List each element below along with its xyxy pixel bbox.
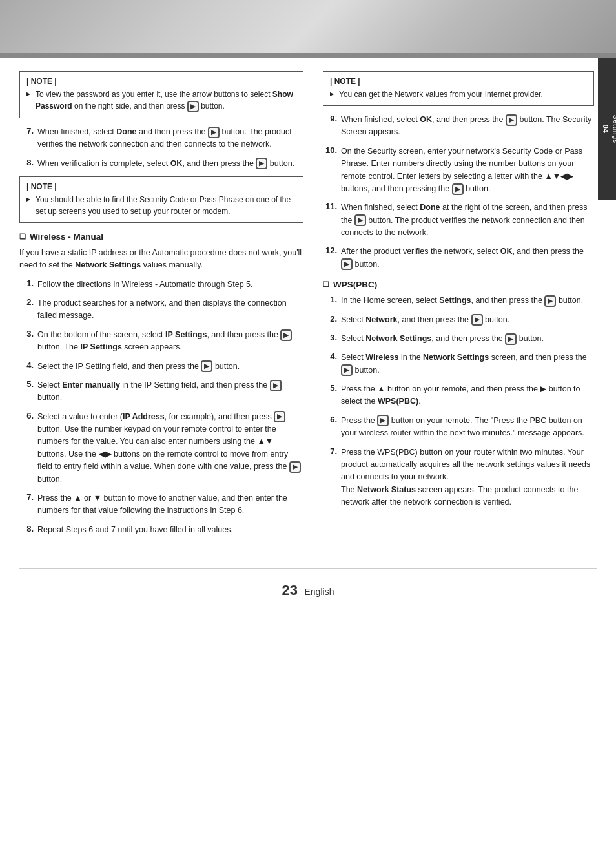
- note-box-top-left: | NOTE | To view the password as you ent…: [19, 71, 303, 118]
- wm-step-7: 7. Press the ▲ or ▼ button to move to an…: [19, 492, 303, 517]
- remote-btn: ▶: [354, 214, 366, 226]
- step-number: 3.: [19, 329, 34, 339]
- step-content: The product searches for a network, and …: [37, 297, 303, 322]
- note-box-middle-left: | NOTE | You should be able to find the …: [19, 176, 303, 223]
- top-decorative-bar: [0, 0, 616, 58]
- step-number: 1.: [323, 295, 337, 304]
- note-item: You can get the Network values from your…: [330, 89, 587, 100]
- step-11-right: 11. When finished, select Done at the ri…: [323, 202, 594, 239]
- left-column: | NOTE | To view the password as you ent…: [19, 71, 303, 543]
- chapter-number: 04: [602, 125, 610, 134]
- note-title-top-left: | NOTE |: [26, 77, 296, 86]
- step-8-left: 8. When verification is complete, select…: [19, 158, 303, 170]
- step-number: 5.: [19, 379, 34, 389]
- wm-step-1: 1. Follow the directions in Wireless - A…: [19, 278, 303, 291]
- page-footer: 23 English: [19, 568, 597, 605]
- step-content: Select Enter manually in the IP Setting …: [37, 379, 303, 404]
- note-item: You should be able to find the Security …: [26, 194, 296, 217]
- step-content: After the product verifies the network, …: [341, 245, 594, 271]
- step-content: Select Network Settings, and then press …: [341, 333, 594, 345]
- step-content: Select Network, and then press the ▶ but…: [341, 314, 594, 326]
- step-content: When finished, select Done and then pres…: [37, 126, 303, 151]
- remote-btn: ▶: [341, 364, 353, 376]
- remote-btn: ▶: [544, 295, 556, 307]
- wm-step-8: 8. Repeat Steps 6 and 7 until you have f…: [19, 524, 303, 536]
- wireless-manual-intro: If you have a static IP address or the A…: [19, 247, 303, 272]
- step-content: Repeat Steps 6 and 7 until you have fill…: [37, 524, 303, 536]
- step-number: 11.: [323, 202, 337, 211]
- step-9-right: 9. When finished, select OK, and then pr…: [323, 114, 594, 139]
- chapter-tab: 04 Settings: [598, 58, 616, 200]
- remote-btn: ▶: [274, 411, 285, 422]
- step-number: 12.: [323, 245, 337, 255]
- wps-step-6: 6. Press the ▶ button on your remote. Th…: [323, 415, 594, 440]
- remote-btn: ▶: [256, 158, 267, 169]
- page-number: 23: [282, 582, 298, 598]
- step-content: Select the IP Setting field, and then pr…: [37, 360, 303, 373]
- step-number: 6.: [19, 411, 34, 421]
- step-number: 4.: [323, 351, 337, 361]
- wps-step-1: 1. In the Home screen, select Settings, …: [323, 295, 594, 307]
- step-content: In the Home screen, select Settings, and…: [341, 295, 594, 307]
- step-number: 5.: [323, 383, 337, 393]
- remote-btn: ▶: [289, 461, 301, 473]
- wps-step-2: 2. Select Network, and then press the ▶ …: [323, 314, 594, 326]
- wps-step-5: 5. Press the ▲ button on your remote, an…: [323, 383, 594, 408]
- step-content: Follow the directions in Wireless - Auto…: [37, 278, 303, 291]
- step-content: On the bottom of the screen, select IP S…: [37, 329, 303, 354]
- step-12-right: 12. After the product verifies the netwo…: [323, 245, 594, 271]
- step-content: On the Security screen, enter your netwo…: [341, 145, 594, 196]
- step-content: Press the ▲ or ▼ button to move to anoth…: [37, 492, 303, 517]
- step-10-right: 10. On the Security screen, enter your n…: [323, 145, 594, 196]
- remote-btn: ▶: [270, 380, 282, 391]
- note-list-middle-left: You should be able to find the Security …: [26, 194, 296, 217]
- step-content: Press the WPS(PBC) button on your router…: [341, 446, 594, 509]
- step-content: Press the ▶ button on your remote. The "…: [341, 415, 594, 440]
- right-column: | NOTE | You can get the Network values …: [323, 71, 594, 543]
- remote-btn: ▶: [471, 314, 483, 326]
- remote-btn: ▶: [505, 333, 517, 345]
- wm-step-6: 6. Select a value to enter (IP Address, …: [19, 411, 303, 486]
- step-number: 1.: [19, 278, 34, 288]
- step-content: Select a value to enter (IP Address, for…: [37, 411, 303, 486]
- step-number: 6.: [323, 415, 337, 424]
- wps-heading: WPS(PBC): [323, 280, 594, 289]
- remote-btn: ▶: [341, 258, 353, 270]
- note-box-top-right: | NOTE | You can get the Network values …: [323, 71, 594, 106]
- note-title-top-right: | NOTE |: [330, 77, 587, 86]
- main-content: | NOTE | To view the password as you ent…: [0, 58, 616, 568]
- remote-button-icon: ▶: [187, 101, 199, 112]
- remote-btn: ▶: [280, 329, 292, 341]
- wm-step-4: 4. Select the IP Setting field, and then…: [19, 360, 303, 373]
- note-list-top-right: You can get the Network values from your…: [330, 89, 587, 100]
- step-number: 7.: [19, 126, 34, 136]
- step-number: 2.: [323, 314, 337, 324]
- step-number: 3.: [323, 333, 337, 342]
- wireless-manual-label: Wireless - Manual: [30, 232, 103, 242]
- remote-btn: ▶: [208, 127, 220, 138]
- wps-step-7: 7. Press the WPS(PBC) button on your rou…: [323, 446, 594, 509]
- wps-label: WPS(PBC): [333, 280, 377, 289]
- chapter-label: Settings: [612, 115, 616, 143]
- step-content: When verification is complete, select OK…: [37, 158, 303, 170]
- wireless-manual-heading: Wireless - Manual: [19, 232, 303, 242]
- step-number: 9.: [323, 114, 337, 123]
- step-content: Select Wireless in the Network Settings …: [341, 351, 594, 377]
- note-list-top-left: To view the password as you enter it, us…: [26, 89, 296, 112]
- step-number: 8.: [19, 524, 34, 534]
- remote-btn: ▶: [452, 183, 464, 195]
- wm-step-2: 2. The product searches for a network, a…: [19, 297, 303, 322]
- note-title-middle-left: | NOTE |: [26, 182, 296, 191]
- note-item: To view the password as you enter it, us…: [26, 89, 296, 112]
- wm-step-3: 3. On the bottom of the screen, select I…: [19, 329, 303, 354]
- step-number: 7.: [19, 492, 34, 502]
- step-number: 8.: [19, 158, 34, 167]
- step-content: Press the ▲ button on your remote, and t…: [341, 383, 594, 408]
- step-number: 10.: [323, 145, 337, 155]
- step-7-left: 7. When finished, select Done and then p…: [19, 126, 303, 151]
- wm-step-5: 5. Select Enter manually in the IP Setti…: [19, 379, 303, 404]
- step-content: When finished, select Done at the right …: [341, 202, 594, 239]
- step-number: 7.: [323, 446, 337, 456]
- step-content: When finished, select OK, and then press…: [341, 114, 594, 139]
- remote-btn: ▶: [506, 114, 517, 126]
